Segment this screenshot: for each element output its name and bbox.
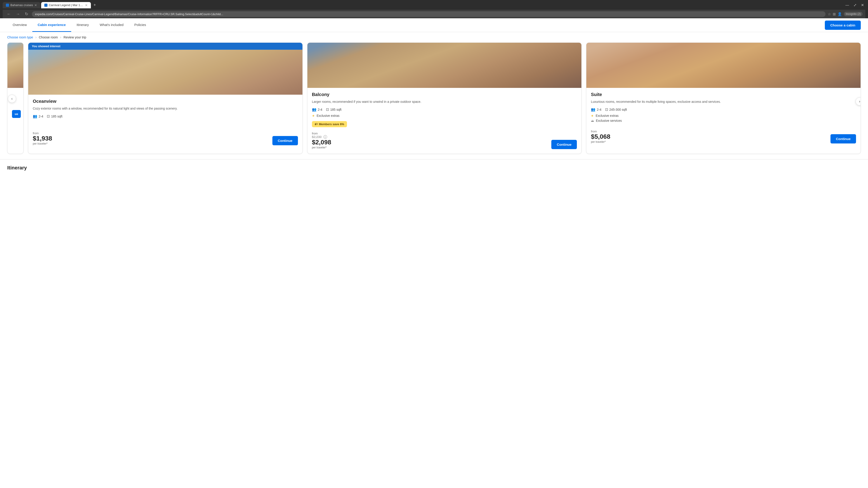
oceanview-sqft: ⊡ 185 sqft — [47, 114, 62, 119]
tag-icon-balcony: 🏷 — [315, 123, 318, 126]
address-actions: ☆ ⊞ 👤 Incognito (2) — [828, 12, 863, 16]
suite-sqft-value: 245-300 sqft — [610, 108, 627, 111]
window-maximize-button[interactable]: ⤢ — [852, 2, 858, 8]
oceanview-title: Oceanview — [33, 99, 298, 104]
interest-badge-oceanview: You showed interest — [28, 43, 303, 50]
breadcrumb-review-trip[interactable]: Review your trip — [64, 35, 86, 39]
browser-addressbar: ← → ↻ ☆ ⊞ 👤 Incognito (2) — [3, 10, 865, 18]
oceanview-price-section: from $1,938 per traveler* — [33, 131, 52, 145]
suite-specs: 👥 2-4 ⊡ 245-300 sqft — [591, 107, 856, 111]
suite-price-section: from $5,068 per traveler* — [591, 130, 610, 143]
suite-desc: Luxurious rooms, recommended for its mul… — [591, 99, 856, 104]
breadcrumb-choose-room-type[interactable]: Choose room type — [7, 35, 33, 39]
suite-guests: 👥 2-4 — [591, 107, 601, 111]
incognito-badge: Incognito (2) — [844, 12, 863, 16]
suite-price-per: per traveler* — [591, 140, 610, 143]
nav-tab-overview[interactable]: Overview — [7, 18, 32, 32]
breadcrumb: Choose room type › Choose room › Review … — [0, 32, 868, 42]
oceanview-price-main: $1,938 — [33, 135, 52, 142]
refresh-button[interactable]: ↻ — [24, 11, 30, 17]
browser-tab-2[interactable]: Carnival Legend | Mar 10, 2024 ✕ — [41, 2, 91, 8]
tab-label-1: Bahamas cruises — [10, 3, 33, 7]
balcony-sqft-value: 185 sqft — [330, 108, 342, 111]
nav-tab-whats-included[interactable]: What's included — [94, 18, 129, 32]
balcony-extra-label-1: Exclusive extras — [317, 114, 340, 118]
tab-close-2[interactable]: ✕ — [85, 3, 88, 7]
suite-title: Suite — [591, 92, 856, 97]
suite-extra-2: ⛰ Exclusive services — [591, 119, 856, 123]
balcony-card-body: Balcony Larger rooms, recommended if you… — [307, 88, 582, 154]
window-minimize-button[interactable]: — — [844, 2, 850, 8]
itinerary-section: Itinerary — [0, 159, 868, 180]
partial-card-body: ‹ ue — [7, 88, 23, 122]
partial-card-image — [7, 43, 23, 88]
tab-close-1[interactable]: ✕ — [34, 3, 37, 7]
address-input[interactable] — [32, 11, 826, 17]
oceanview-card-body: Oceanview Cozy exterior rooms with a win… — [28, 95, 303, 150]
profile-icon[interactable]: 👤 — [837, 12, 842, 16]
balcony-footer: from $2,230 i $2,098 per traveler* Conti… — [312, 132, 577, 149]
star-icon-suite-1: ★ — [591, 114, 594, 118]
browser-chrome: Bahamas cruises ✕ Carnival Legend | Mar … — [0, 0, 868, 18]
oceanview-continue-button[interactable]: Continue — [272, 136, 298, 145]
oceanview-footer: from $1,938 per traveler* Continue — [33, 131, 298, 145]
suite-price-main: $5,068 — [591, 133, 610, 140]
suite-extra-1: ★ Exclusive extras — [591, 114, 856, 118]
nav-tab-cabin-experience[interactable]: Cabin experience — [32, 18, 71, 32]
suite-price-from: from — [591, 130, 610, 133]
balcony-price-from: from — [312, 132, 331, 135]
oceanview-desc: Cozy exterior rooms with a window, recom… — [33, 106, 298, 111]
guests-icon-suite: 👥 — [591, 107, 595, 111]
browser-tabs-row: Bahamas cruises ✕ Carnival Legend | Mar … — [3, 2, 865, 8]
page: Overview Cabin experience Itinerary What… — [0, 18, 868, 484]
suite-guests-count: 2-4 — [597, 108, 601, 111]
oceanview-guests: 👥 2-4 — [33, 114, 43, 119]
tab-favicon-1 — [6, 4, 9, 7]
suite-extra-label-2: Exclusive services — [596, 119, 622, 123]
balcony-desc: Larger rooms, recommended if you want to… — [312, 99, 577, 104]
breadcrumb-choose-room[interactable]: Choose room — [39, 35, 58, 39]
balcony-price-original: $2,230 i — [312, 135, 331, 139]
carousel-nav-left[interactable]: ‹ — [8, 95, 16, 103]
suite-card-body: Suite Luxurious rooms, recommended for i… — [586, 88, 861, 148]
oceanview-sqft-value: 185 sqft — [51, 115, 62, 118]
add-tab-button[interactable]: + — [92, 2, 98, 8]
cabin-card-suite: Suite Luxurious rooms, recommended for i… — [586, 42, 861, 154]
balcony-specs: 👥 2-4 ⊡ 185 sqft — [312, 107, 577, 111]
suite-footer: from $5,068 per traveler* Continue — [591, 130, 856, 143]
choose-cabin-button[interactable]: Choose a cabin — [825, 21, 861, 30]
sqft-icon-suite: ⊡ — [605, 107, 608, 111]
nav-tabs: Overview Cabin experience Itinerary What… — [7, 18, 819, 32]
partial-card-footer: ue — [12, 110, 19, 118]
bookmark-icon[interactable]: ☆ — [828, 12, 831, 16]
tab-label-2: Carnival Legend | Mar 10, 2024 — [49, 3, 84, 7]
cards-container: ‹ ue You showed interest Oceanview Cozy … — [7, 42, 861, 154]
partial-continue-button[interactable]: ue — [12, 110, 21, 118]
service-icon-suite: ⛰ — [591, 119, 594, 123]
window-controls: — ⤢ ✕ — [844, 2, 865, 8]
balcony-price-section: from $2,230 i $2,098 per traveler* — [312, 132, 331, 149]
browser-tab-1[interactable]: Bahamas cruises ✕ — [3, 2, 40, 8]
window-close-button[interactable]: ✕ — [860, 2, 865, 8]
balcony-price-main: $2,098 — [312, 139, 331, 146]
browser-tabs: Bahamas cruises ✕ Carnival Legend | Mar … — [3, 2, 98, 8]
suite-continue-button[interactable]: Continue — [831, 134, 856, 143]
balcony-guests: 👥 2-4 — [312, 107, 322, 111]
nav-tab-itinerary[interactable]: Itinerary — [71, 18, 94, 32]
cabin-card-oceanview: You showed interest Oceanview Cozy exter… — [28, 42, 303, 154]
suite-extra-label-1: Exclusive extras — [596, 114, 618, 118]
back-button[interactable]: ← — [5, 11, 12, 17]
balcony-extra-1: ★ Exclusive extras — [312, 114, 577, 118]
guests-icon-oceanview: 👥 — [33, 114, 37, 119]
cabin-card-balcony: Balcony Larger rooms, recommended if you… — [307, 42, 582, 154]
balcony-continue-button[interactable]: Continue — [551, 140, 577, 149]
cabin-card-partial: ‹ ue — [7, 42, 24, 154]
oceanview-price-per: per traveler* — [33, 142, 52, 145]
nav-tab-policies[interactable]: Policies — [129, 18, 151, 32]
price-info-icon[interactable]: i — [323, 135, 327, 139]
tab-favicon-2 — [44, 4, 48, 7]
balcony-price-per: per traveler* — [312, 146, 331, 149]
forward-button[interactable]: → — [14, 11, 21, 17]
extensions-icon[interactable]: ⊞ — [833, 12, 836, 16]
members-badge-balcony: 🏷 Members save 6% — [312, 121, 347, 127]
